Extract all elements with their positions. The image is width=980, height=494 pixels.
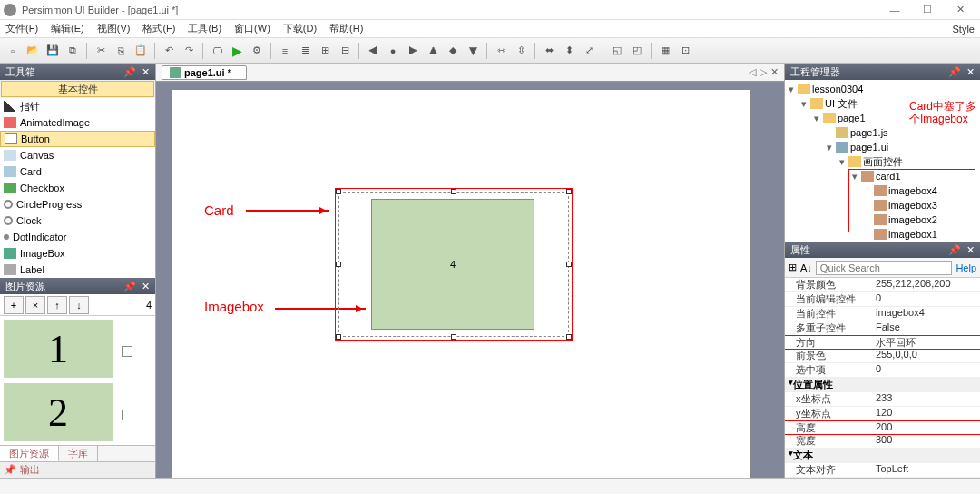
play-icon[interactable]: ▶ [228,42,246,60]
property-value[interactable]: 120 [876,407,980,420]
property-value[interactable]: False [876,321,980,335]
paste-icon[interactable]: 📋 [132,42,150,60]
property-value[interactable]: 255,0,0,0 [876,349,980,362]
property-value[interactable]: 300 [876,434,980,448]
property-row[interactable]: 方向水平回环 [785,335,980,350]
front-icon[interactable]: ◱ [608,42,626,60]
save-icon[interactable]: 💾 [44,42,62,60]
property-row[interactable]: 多重子控件False [785,321,980,336]
project-tree[interactable]: ▾lesson0304 ▾UI 文件 ▾page1 page1.js ▾page… [785,80,980,242]
search-input[interactable] [816,261,953,275]
movedown-button[interactable]: ↓ [69,296,89,314]
property-value[interactable]: imagebox4 [876,307,980,321]
toolbox-item-card[interactable]: Card [0,163,155,180]
align4-icon[interactable]: ⊟ [336,42,354,60]
toolbox-item-label[interactable]: Label [0,262,155,278]
al-left-icon[interactable]: ⯇ [364,42,382,60]
document-tab[interactable]: page1.ui * [162,65,247,80]
saveall-icon[interactable]: ⧉ [64,42,82,60]
align3-icon[interactable]: ⊞ [316,42,334,60]
open-icon[interactable]: 📂 [24,42,42,60]
tree-ui-folder[interactable]: UI 文件 [825,97,858,111]
menu-edit[interactable]: 编辑(E) [51,22,84,35]
help-link[interactable]: Help [956,262,976,273]
artboard[interactable]: Card Imagebox 4 [171,89,751,478]
resize-handle[interactable] [336,262,341,267]
minimize-button[interactable]: — [878,1,911,19]
image-thumbnail[interactable]: 1 [4,320,113,378]
property-value[interactable]: 200 [876,421,980,434]
property-row[interactable]: 当前控件imagebox4 [785,307,980,321]
al-bot-icon[interactable]: ⯆ [464,42,482,60]
close-icon[interactable]: ✕ [966,244,975,256]
menu-download[interactable]: 下载(D) [283,22,317,35]
tab-fonts[interactable]: 字库 [59,446,98,461]
resize-handle[interactable] [566,262,572,267]
menu-window[interactable]: 窗口(W) [234,22,270,35]
toolbox-item-animatedimage[interactable]: AnimatedImage [0,114,155,131]
toolbox-item-imagebox[interactable]: ImageBox [0,245,155,262]
tab-close-icon[interactable]: ✕ [770,66,779,78]
property-value[interactable]: 255,212,208,200 [876,278,980,291]
screen-icon[interactable]: 🖵 [208,42,226,60]
redo-icon[interactable]: ↷ [180,42,198,60]
output-tab[interactable]: 📌 输出 [0,461,155,478]
al-right-icon[interactable]: ⯈ [404,42,422,60]
property-row[interactable]: 前景色255,0,0,0 [785,349,980,363]
resize-handle[interactable] [451,334,456,340]
pin-icon[interactable]: 📌 [123,281,136,292]
toolbox-item-circleprogress[interactable]: CircleProgress [0,196,155,212]
property-value[interactable]: 0 [876,363,980,377]
dist-h-icon[interactable]: ⇿ [492,42,510,60]
property-row[interactable]: 文本对齐TopLeft [785,463,980,478]
property-row[interactable]: x坐标点233 [785,392,980,407]
resize-handle[interactable] [336,334,341,340]
menu-format[interactable]: 格式(F) [142,22,175,35]
property-row[interactable]: 背景颜色255,212,208,200 [785,278,980,292]
align1-icon[interactable]: ≡ [276,42,294,60]
gear-icon[interactable]: ⚙ [248,42,266,60]
al-top-icon[interactable]: ⯅ [424,42,442,60]
moveup-button[interactable]: ↑ [47,296,67,314]
close-button[interactable]: ✕ [944,1,976,19]
pin-icon[interactable]: 📌 [123,66,136,78]
tree-page[interactable]: page1 [838,113,866,124]
back-icon[interactable]: ◰ [628,42,646,60]
menu-tools[interactable]: 工具(B) [188,22,221,35]
thumbnail-checkbox[interactable] [122,410,132,420]
tree-root[interactable]: lesson0304 [812,84,863,94]
menu-help[interactable]: 帮助(H) [329,22,363,35]
property-value[interactable]: 233 [876,392,980,406]
copy-icon[interactable]: ⎘ [112,42,130,60]
property-row[interactable]: 高度200 [785,420,980,435]
close-icon[interactable]: ✕ [142,66,150,78]
property-row[interactable]: y坐标点120 [785,407,980,421]
size-both-icon[interactable]: ⤢ [580,42,598,60]
sort-cat-icon[interactable]: ⊞ [789,262,797,273]
size-h-icon[interactable]: ⬍ [560,42,578,60]
property-value[interactable]: 0 [876,292,980,306]
toolbox-item-clock[interactable]: Clock [0,212,155,229]
tree-widgets[interactable]: 画面控件 [863,155,903,169]
tree-imagebox[interactable]: imagebox4 [888,185,937,196]
toolbox-item-button[interactable]: Button [0,131,155,147]
resize-handle[interactable] [566,334,572,340]
image-thumbnail[interactable]: 2 [4,383,113,441]
toolbox-item-dotindicator[interactable]: DotIndicator [0,229,155,245]
menu-style[interactable]: Style [953,24,975,35]
toolbox-item-checkbox[interactable]: Checkbox [0,180,155,196]
grid-icon[interactable]: ▦ [656,42,674,60]
property-row[interactable]: 选中项0 [785,363,980,378]
card-widget[interactable] [338,192,569,337]
property-value[interactable]: TopLeft [876,463,980,477]
tree-pagejs[interactable]: page1.js [850,127,888,138]
add-image-button[interactable]: + [4,296,24,314]
snap-icon[interactable]: ⊡ [676,42,694,60]
size-w-icon[interactable]: ⬌ [540,42,558,60]
toolbox-item-指针[interactable]: 指针 [0,98,155,114]
resize-handle[interactable] [451,189,456,194]
tree-card[interactable]: card1 [876,171,901,182]
align2-icon[interactable]: ≣ [296,42,314,60]
new-icon[interactable]: ▫ [4,42,22,60]
property-category[interactable]: 文本 [785,449,980,463]
